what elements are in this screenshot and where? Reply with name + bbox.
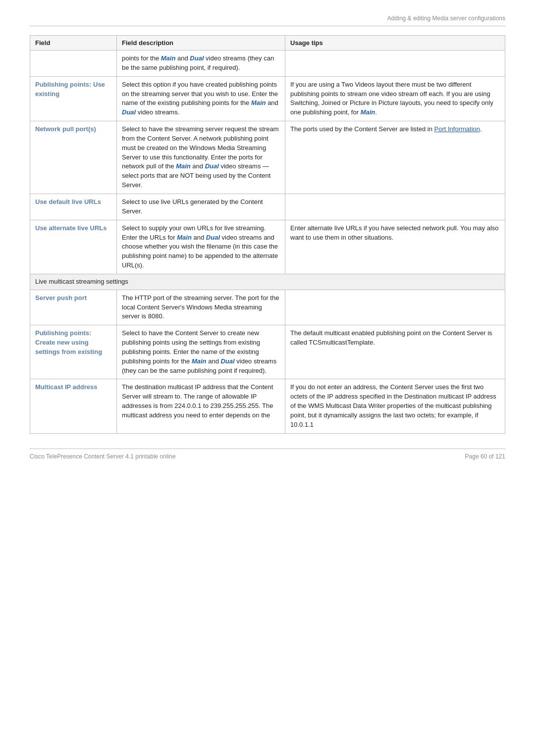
field-cell: Publishing points: Use existing: [30, 76, 117, 121]
description-cell: Select to supply your own URLs for live …: [117, 220, 285, 274]
description-cell: Select to use live URLs generated by the…: [117, 194, 285, 220]
italic-blue-text: Dual: [205, 162, 219, 170]
field-name: Publishing points: Use existing: [35, 81, 105, 98]
table-row: Live multicast streaming settings: [30, 274, 505, 290]
italic-blue-text: Dual: [220, 357, 234, 365]
table-row: Use alternate live URLsSelect to supply …: [30, 220, 505, 274]
description-cell: The HTTP port of the streaming server. T…: [117, 290, 285, 325]
page-container: Adding & editing Media server configurat…: [0, 0, 535, 756]
field-cell: Server push port: [30, 290, 117, 325]
table-row: points for the Main and Dual video strea…: [30, 50, 505, 77]
italic-blue-text: Main: [161, 54, 176, 62]
field-name: Publishing points: Create new using sett…: [35, 329, 102, 355]
description-cell: The destination multicast IP address tha…: [117, 379, 285, 433]
page-header: Adding & editing Media server configurat…: [30, 15, 505, 26]
footer-left: Cisco TelePresence Content Server 4.1 pr…: [30, 453, 176, 460]
field-cell: [30, 50, 117, 77]
table-row: Use default live URLsSelect to use live …: [30, 194, 505, 220]
italic-blue-text: Dual: [190, 54, 204, 62]
description-cell: Select to have the streaming server requ…: [117, 121, 285, 194]
col-header-usage: Usage tips: [285, 36, 505, 50]
usage-cell: [285, 290, 505, 325]
table-row: Multicast IP addressThe destination mult…: [30, 379, 505, 433]
usage-cell: Enter alternate live URLs if you have se…: [285, 220, 505, 274]
header-title: Adding & editing Media server configurat…: [387, 15, 505, 22]
italic-blue-text: Dual: [206, 234, 220, 241]
table-row: Server push portThe HTTP port of the str…: [30, 290, 505, 325]
table-row: Publishing points: Use existingSelect th…: [30, 76, 505, 121]
field-name: Use alternate live URLs: [35, 224, 107, 232]
field-cell: Use default live URLs: [30, 194, 117, 220]
field-name: Multicast IP address: [35, 383, 97, 391]
table-row: Network pull port(s)Select to have the s…: [30, 121, 505, 194]
field-cell: Multicast IP address: [30, 379, 117, 433]
italic-blue-text: Dual: [122, 108, 136, 116]
usage-cell: [285, 50, 505, 77]
field-name: Network pull port(s): [35, 125, 96, 133]
section-label: Live multicast streaming settings: [30, 274, 505, 290]
field-name: Server push port: [35, 294, 87, 302]
italic-blue-text: Main: [192, 357, 207, 365]
page-footer: Cisco TelePresence Content Server 4.1 pr…: [30, 449, 505, 460]
field-name: Use default live URLs: [35, 198, 101, 205]
field-cell: Network pull port(s): [30, 121, 117, 194]
port-information-link[interactable]: Port Information: [434, 125, 481, 133]
italic-blue-text: Main: [361, 108, 375, 116]
usage-cell: [285, 194, 505, 220]
italic-blue-text: Main: [177, 234, 192, 241]
usage-cell: The default multicast enabled publishing…: [285, 325, 505, 379]
col-header-field: Field: [30, 36, 117, 50]
field-cell: Publishing points: Create new using sett…: [30, 325, 117, 379]
table-row: Publishing points: Create new using sett…: [30, 325, 505, 379]
description-cell: Select this option if you have created p…: [117, 76, 285, 121]
usage-cell: The ports used by the Content Server are…: [285, 121, 505, 194]
main-table: Field Field description Usage tips point…: [30, 35, 505, 434]
col-header-description: Field description: [117, 36, 285, 50]
italic-blue-text: Main: [251, 99, 266, 106]
field-cell: Use alternate live URLs: [30, 220, 117, 274]
footer-right: Page 60 of 121: [465, 453, 505, 460]
usage-cell: If you do not enter an address, the Cont…: [285, 379, 505, 433]
italic-blue-text: Main: [176, 162, 191, 170]
usage-cell: If you are using a Two Videos layout the…: [285, 76, 505, 121]
description-cell: Select to have the Content Server to cre…: [117, 325, 285, 379]
description-cell: points for the Main and Dual video strea…: [117, 50, 285, 77]
